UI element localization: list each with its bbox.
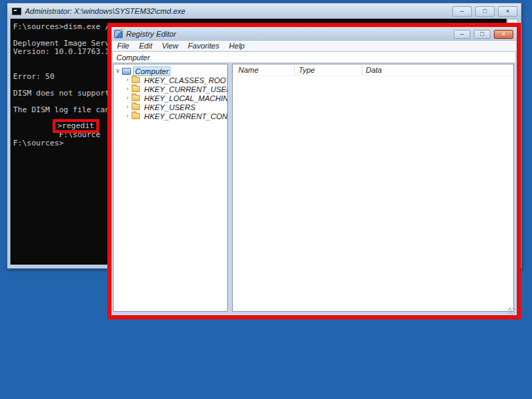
chevron-right-icon[interactable]: ›	[123, 85, 132, 94]
resize-grip[interactable]	[508, 308, 515, 314]
minimize-button[interactable]: –	[452, 6, 472, 17]
folder-icon	[132, 95, 140, 101]
regedit-icon	[114, 30, 123, 38]
maximize-button[interactable]: □	[475, 6, 495, 17]
chevron-down-icon[interactable]: ∨	[114, 66, 122, 76]
tree-item-hkey-local-machine[interactable]: › HKEY_LOCAL_MACHINE	[114, 94, 227, 103]
chevron-right-icon[interactable]: ›	[123, 112, 132, 121]
registry-tree: ∨ Computer › HKEY_CLASSES_ROOT ›	[114, 64, 227, 121]
regedit-window-title: Registry Editor	[126, 30, 448, 38]
column-divider[interactable]	[362, 66, 362, 75]
folder-icon	[132, 77, 140, 83]
regedit-annotation-border: Registry Editor – □ × File Edit View Fav…	[107, 23, 521, 319]
folder-icon	[132, 113, 140, 119]
chevron-right-icon[interactable]: ›	[123, 94, 132, 103]
menu-edit[interactable]: Edit	[134, 42, 157, 50]
menu-help[interactable]: Help	[224, 42, 250, 50]
tree-item-label: HKEY_USERS	[143, 103, 197, 112]
registry-tree-pane[interactable]: ∨ Computer › HKEY_CLASSES_ROOT ›	[113, 64, 228, 312]
tree-item-hkey-classes-root[interactable]: › HKEY_CLASSES_ROOT	[114, 76, 227, 85]
tree-item-computer[interactable]: ∨ Computer	[114, 66, 227, 76]
column-header-name[interactable]: Name	[238, 66, 258, 74]
regedit-menubar: File Edit View Favorites Help	[112, 41, 516, 51]
folder-icon	[132, 86, 140, 92]
close-button[interactable]: ×	[494, 30, 513, 39]
minimize-button[interactable]: –	[454, 30, 470, 39]
computer-icon	[122, 68, 131, 75]
menu-file[interactable]: File	[112, 42, 134, 50]
regedit-window-controls: – □ ×	[454, 30, 513, 39]
tree-item-hkey-users[interactable]: › HKEY_USERS	[114, 103, 227, 112]
tree-item-label: HKEY_CLASSES_ROOT	[143, 76, 228, 85]
cmd-window-controls: – □ ×	[452, 6, 517, 17]
folder-icon	[132, 104, 140, 110]
menu-view[interactable]: View	[157, 42, 184, 50]
tree-item-label: HKEY_LOCAL_MACHINE	[143, 94, 228, 103]
tree-item-label: HKEY_CURRENT_CONFIG	[143, 112, 228, 121]
registry-values-pane[interactable]: Name Type Data	[232, 64, 514, 312]
column-header-data[interactable]: Data	[366, 66, 382, 74]
desktop: Administrator: X:\windows\SYSTEM32\cmd.e…	[0, 0, 532, 399]
chevron-right-icon[interactable]: ›	[123, 76, 132, 85]
cmd-icon	[12, 8, 21, 15]
menu-favorites[interactable]: Favorites	[183, 42, 224, 50]
cmd-window-title: Administrator: X:\windows\SYSTEM32\cmd.e…	[25, 7, 447, 15]
tree-item-label: Computer	[134, 67, 170, 76]
regedit-titlebar[interactable]: Registry Editor – □ ×	[112, 27, 517, 41]
column-header-type[interactable]: Type	[299, 66, 315, 74]
tree-item-hkey-current-user[interactable]: › HKEY_CURRENT_USER	[114, 85, 227, 94]
chevron-right-icon[interactable]: ›	[123, 103, 132, 112]
regedit-main: ∨ Computer › HKEY_CLASSES_ROOT ›	[113, 64, 514, 312]
cmd-titlebar[interactable]: Administrator: X:\windows\SYSTEM32\cmd.e…	[8, 3, 521, 19]
close-button[interactable]: ×	[498, 6, 517, 17]
values-list-header: Name Type Data	[233, 64, 513, 76]
maximize-button[interactable]: □	[474, 30, 490, 39]
tree-item-label: HKEY_CURRENT_USER	[143, 85, 228, 94]
column-divider[interactable]	[294, 66, 295, 75]
regedit-window: Registry Editor – □ × File Edit View Fav…	[112, 27, 517, 315]
address-bar[interactable]: Computer	[112, 51, 516, 63]
tree-item-hkey-current-config[interactable]: › HKEY_CURRENT_CONFIG	[114, 112, 227, 121]
